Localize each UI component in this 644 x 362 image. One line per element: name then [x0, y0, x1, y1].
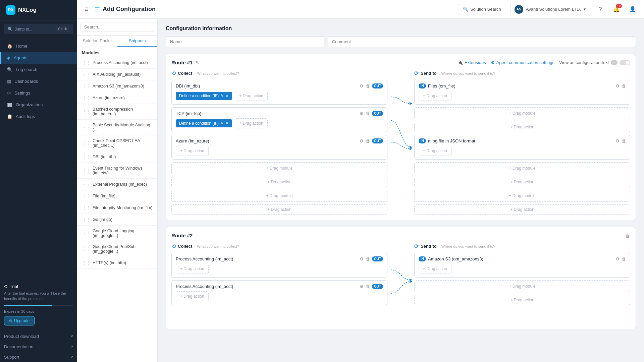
- amazon-drag-action[interactable]: + Drag action: [419, 264, 451, 274]
- tab-solution-packs[interactable]: Solution Packs: [77, 36, 117, 47]
- notifications-button[interactable]: 🔔 12: [610, 3, 623, 15]
- list-item[interactable]: ⋮⋮File (im_file): [77, 190, 157, 202]
- sidebar-item-agents[interactable]: ◈ Agents: [0, 52, 77, 64]
- upgrade-button[interactable]: ⊕ Upgrade: [4, 316, 35, 325]
- module-settings-icon-3[interactable]: ⚙: [360, 138, 364, 143]
- route-2-delete-icon[interactable]: 🗑: [625, 233, 630, 238]
- sidebar: RX NXLog 🔍 Jump to... Ctrl+K 🏠 Home ◈ Ag…: [0, 0, 77, 362]
- help-button[interactable]: ?: [594, 3, 606, 15]
- send-drag-action-2[interactable]: + Drag action: [419, 146, 451, 156]
- agent-comm-icon: ⚙: [491, 60, 495, 65]
- sidebar-item-dashboards[interactable]: ▦ Dashboards: [0, 75, 77, 87]
- list-item[interactable]: ⋮⋮Amazon S3 (im_amazons3): [77, 80, 157, 92]
- config-name-input[interactable]: [166, 36, 324, 47]
- drag-action-box-bottom-2[interactable]: + Drag action: [171, 204, 387, 215]
- support-link[interactable]: Support ↗: [0, 352, 77, 362]
- extensions-button[interactable]: 🔌 Extensions: [458, 60, 486, 65]
- proc2-drag-action[interactable]: + Drag action: [176, 291, 209, 301]
- send-drag-action-1[interactable]: + Drag action: [419, 91, 451, 101]
- send-drag-action-placeholder[interactable]: + Drag action: [414, 122, 630, 132]
- proc2-delete-icon[interactable]: 🗑: [366, 284, 370, 289]
- view-config-button[interactable]: View as configuration text ✕: [559, 60, 630, 65]
- collect-module-azure: Azure (im_azure) ⚙ 🗑 OUT + Drag action: [171, 135, 387, 160]
- sidebar-item-settings[interactable]: ⚙ Settings: [0, 87, 77, 99]
- sidebar-item-log-search[interactable]: 🔍 Log search: [0, 64, 77, 75]
- send-drag-action-route2[interactable]: + Drag action: [414, 295, 630, 305]
- view-config-toggle[interactable]: [620, 60, 630, 65]
- list-item[interactable]: ⋮⋮HTTP(s) (im_http): [77, 257, 157, 269]
- list-item[interactable]: ⋮⋮AIX Auditing (im_aixaudit): [77, 69, 157, 80]
- module-settings-icon[interactable]: ⚙: [360, 83, 364, 88]
- collect-module-tcp: TCP (im_tcp) ⚙ 🗑 OUT Define a condition …: [171, 107, 387, 132]
- drag-module-box-1[interactable]: + Drag module: [171, 162, 387, 174]
- module-delete-icon-2[interactable]: 🗑: [366, 111, 370, 116]
- list-item[interactable]: ⋮⋮External Programs (im_exec): [77, 179, 157, 190]
- product-download-link[interactable]: Product download ↗: [0, 331, 77, 341]
- sidebar-item-organizations[interactable]: 🏢 Organizations: [0, 99, 77, 111]
- connector-svg: [387, 83, 414, 191]
- send-drag-module-route2[interactable]: + Drag module: [414, 280, 630, 292]
- tab-snippets[interactable]: Snippets: [117, 36, 158, 47]
- config-comment-input[interactable]: [328, 36, 636, 47]
- module-delete-icon-3[interactable]: 🗑: [366, 138, 370, 143]
- list-item[interactable]: ⋮⋮Basic Security Module Auditing (...: [77, 120, 157, 135]
- proc2-settings-icon[interactable]: ⚙: [360, 284, 364, 289]
- user-menu-button[interactable]: AS Avanti Solutions Lorem LTD. ▾: [510, 3, 590, 16]
- list-item[interactable]: ⋮⋮Azure (im_azure): [77, 92, 157, 104]
- drag-action-box-bottom[interactable]: + Drag action: [171, 177, 387, 187]
- amazon-delete-icon[interactable]: 🗑: [622, 256, 626, 261]
- list-item[interactable]: ⋮⋮File Integrity Monitoring (im_fim): [77, 202, 157, 214]
- send-log-delete-icon[interactable]: 🗑: [622, 138, 626, 143]
- send-settings-icon[interactable]: ⚙: [615, 83, 620, 88]
- send-delete-icon[interactable]: 🗑: [622, 83, 626, 88]
- module-card-actions-azure: ⚙ 🗑 OUT: [360, 138, 383, 143]
- sidebar-item-audit-logs[interactable]: 📋 Audit logs: [0, 111, 77, 122]
- drag-module-box-2[interactable]: + Drag module: [171, 190, 387, 202]
- list-item[interactable]: ⋮⋮Check Point OPSEC LEA (im_chec...): [77, 135, 157, 151]
- list-item[interactable]: ⋮⋮Go (im go): [77, 214, 157, 226]
- agent-comm-button[interactable]: ⚙ Agent communication settings: [491, 60, 554, 65]
- search-icon-2: 🔍: [463, 7, 468, 12]
- user-avatar: AS: [515, 5, 523, 14]
- user-profile-button[interactable]: 👤: [627, 3, 639, 15]
- config-fields-row: [166, 36, 636, 47]
- edit-route-icon[interactable]: ✎: [195, 60, 199, 65]
- sidebar-item-home[interactable]: 🏠 Home: [0, 40, 77, 52]
- send-drag-module-2[interactable]: + Drag module: [414, 162, 630, 174]
- list-item[interactable]: ⋮⋮Event Tracing for Windows (im_etw): [77, 163, 157, 179]
- send-drag-module-1[interactable]: + Drag module: [414, 107, 630, 119]
- list-item[interactable]: ⋮⋮DBI (im_dbi): [77, 151, 157, 163]
- drag-action-box-azure[interactable]: + Drag action: [176, 146, 209, 156]
- documentation-link[interactable]: Documentation ↗: [0, 342, 77, 352]
- list-item[interactable]: ⋮⋮Google Cloud Logging (im_google...): [77, 226, 157, 241]
- send-drag-action-3[interactable]: + Drag action: [414, 177, 630, 187]
- config-section-title: Configuration information: [166, 25, 636, 32]
- define-condition-button-tcp[interactable]: Define a condition (IF) ✎ ✕: [176, 119, 232, 127]
- main-nav: 🏠 Home ◈ Agents 🔍 Log search ▦ Dashboard…: [0, 38, 77, 281]
- proc1-delete-icon[interactable]: 🗑: [366, 256, 370, 261]
- pencil-icon: ✎: [220, 94, 224, 98]
- send-drag-action-4[interactable]: + Drag action: [414, 204, 630, 215]
- drag-action-box[interactable]: + Drag action: [235, 91, 268, 101]
- define-condition-button[interactable]: Define a condition (IF) ✎ ✕: [176, 92, 232, 100]
- drag-handle-icon: ⋮⋮: [82, 205, 90, 210]
- proc1-settings-icon[interactable]: ⚙: [360, 256, 364, 261]
- module-search-input[interactable]: [80, 22, 154, 32]
- module-search-container: [77, 19, 157, 36]
- send-log-settings-icon[interactable]: ⚙: [615, 138, 620, 143]
- route-1-connector: [387, 70, 414, 215]
- send-drag-module-3[interactable]: + Drag module: [414, 190, 630, 202]
- hamburger-menu-icon[interactable]: ☰: [83, 5, 91, 14]
- drag-action-box-tcp[interactable]: + Drag action: [235, 118, 268, 128]
- send-module-files: IN Files (om_file) ⚙ 🗑 + Drag action: [414, 80, 630, 105]
- solution-search-button[interactable]: 🔍 Solution Search: [458, 4, 506, 14]
- proc1-drag-action[interactable]: + Drag action: [176, 264, 209, 274]
- list-item[interactable]: ⋮⋮Google Cloud Pub/Sub (im_google...): [77, 241, 157, 257]
- jump-to-input[interactable]: 🔍 Jump to... Ctrl+K: [4, 24, 73, 34]
- list-item[interactable]: ⋮⋮Batched compression (im_batch...): [77, 104, 157, 120]
- amazon-settings-icon[interactable]: ⚙: [615, 256, 620, 261]
- list-item[interactable]: ⋮⋮Process Accounting (im_acct): [77, 57, 157, 69]
- chevron-down-icon: ▾: [584, 7, 586, 12]
- module-delete-icon[interactable]: 🗑: [366, 83, 370, 88]
- module-settings-icon-2[interactable]: ⚙: [360, 111, 364, 116]
